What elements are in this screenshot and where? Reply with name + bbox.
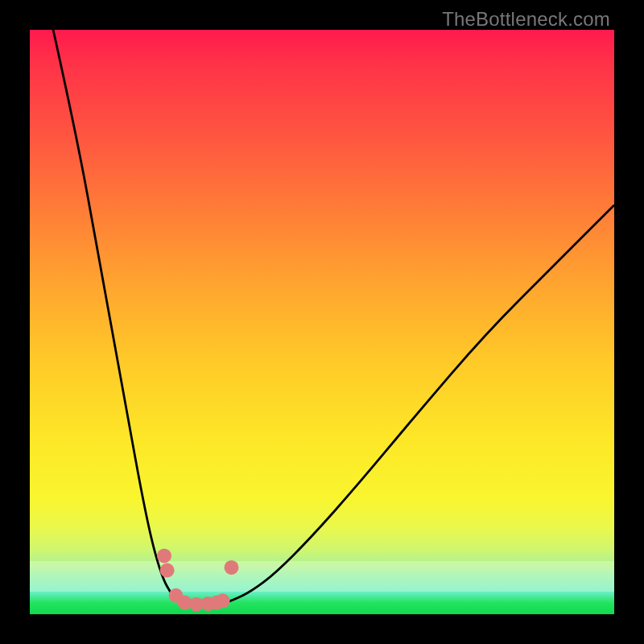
sample-points xyxy=(157,548,239,611)
sample-point xyxy=(157,548,171,563)
curve-left xyxy=(53,30,184,604)
curve-layer xyxy=(30,30,614,614)
sample-point xyxy=(160,564,175,578)
sample-point xyxy=(216,593,230,608)
sample-point xyxy=(225,560,239,575)
curve-right xyxy=(223,205,614,604)
plot-area xyxy=(30,30,614,614)
watermark-text: TheBottleneck.com xyxy=(442,8,610,31)
chart-container: TheBottleneck.com xyxy=(0,0,644,644)
